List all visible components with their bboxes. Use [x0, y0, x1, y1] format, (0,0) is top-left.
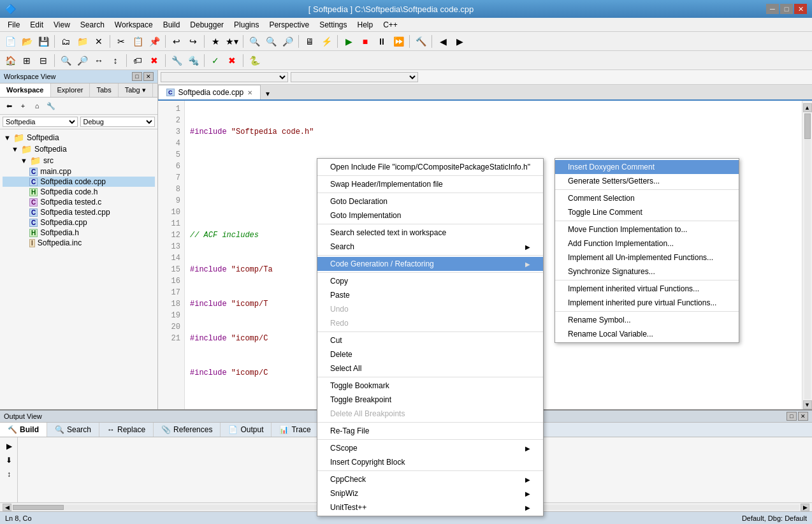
pause-button[interactable]: ⏸ — [374, 34, 389, 49]
menu-help[interactable]: Help — [352, 19, 379, 31]
sub-generate-setters[interactable]: Generate Setters/Getters... — [555, 174, 739, 188]
ctx-cppcheck[interactable]: CppCheck ▶ — [317, 472, 543, 486]
menu-edit[interactable]: Edit — [25, 19, 48, 31]
paste-button[interactable]: 📌 — [147, 34, 162, 49]
back-button[interactable]: ◀ — [435, 34, 451, 49]
search-button[interactable]: 🔍 — [247, 34, 262, 49]
minimize-button[interactable]: ─ — [766, 4, 779, 14]
editor-scrollbar-v[interactable]: ▲ ▼ — [802, 101, 812, 409]
ide-button[interactable]: 🖥 — [302, 34, 317, 49]
python-btn[interactable]: 🐍 — [247, 53, 262, 68]
view-btn[interactable]: ⊞ — [19, 53, 34, 68]
scroll-up-btn[interactable]: ▲ — [803, 103, 812, 112]
open-resource-button[interactable]: 🔎 — [280, 34, 295, 49]
tree-softpedia-h[interactable]: H Softpedia.h — [3, 228, 155, 238]
check-btn[interactable]: ✓ — [208, 53, 223, 68]
cut-button[interactable]: ✂ — [113, 34, 129, 49]
sub-insert-doxygen[interactable]: Insert Doxygen Comment — [555, 160, 739, 174]
next-button[interactable]: ⏩ — [391, 34, 406, 49]
sub-implement-virtual[interactable]: Implement inherited virtual Functions... — [555, 282, 739, 296]
sub-implement-pure-virtual[interactable]: Implement inherited pure virtual Functio… — [555, 296, 739, 310]
open-workspace-button[interactable]: 📁 — [75, 34, 90, 49]
output-tab-search[interactable]: 🔍 Search — [47, 423, 99, 437]
ctx-search-selected[interactable]: Search selected text in workspace — [317, 226, 543, 240]
ctx-paste[interactable]: Paste — [317, 288, 543, 302]
tree-softpedia-inc[interactable]: I Softpedia.inc — [3, 238, 155, 248]
ctx-search[interactable]: Search ▶ — [317, 240, 543, 254]
view2-btn[interactable]: ⊟ — [36, 53, 51, 68]
ws-add-btn[interactable]: + — [17, 99, 29, 112]
ws-wrench-btn[interactable]: 🔧 — [45, 99, 57, 112]
panel-restore-btn[interactable]: □ — [132, 72, 142, 81]
ws-home-btn[interactable]: ⬅ — [3, 99, 15, 112]
hscroll-right-btn[interactable]: ▶ — [801, 504, 809, 511]
output-tab-replace[interactable]: ↔ Replace — [99, 423, 154, 437]
ctx-snipwiz[interactable]: SnipWiz ▶ — [317, 486, 543, 500]
nav-btn[interactable]: ↕ — [108, 53, 123, 68]
ctx-insert-copyright[interactable]: Insert Copyright Block — [317, 455, 543, 469]
ctx-code-gen[interactable]: Code Generation / Refactoring ▶ — [317, 257, 543, 271]
sub-implement-all[interactable]: Implement all Un-implemented Functions..… — [555, 251, 739, 265]
tree-root[interactable]: ▼ 📁 Softpedia — [3, 132, 155, 143]
close-button-2[interactable]: ✕ — [91, 34, 106, 49]
tree-softpedia-cpp[interactable]: C Softpedia.cpp — [3, 217, 155, 228]
menu-cpp[interactable]: C++ — [378, 19, 403, 31]
tab-close-btn[interactable]: ✕ — [247, 89, 252, 96]
forward-button[interactable]: ▶ — [452, 34, 467, 49]
tree-softpedia-code-cpp[interactable]: C Softpedia code.cpp — [3, 177, 155, 187]
output-tab-build[interactable]: 🔨 Build — [0, 423, 47, 437]
menu-build[interactable]: Build — [158, 19, 185, 31]
sub-add-function[interactable]: Add Function Implementation... — [555, 237, 739, 251]
project-dropdown[interactable]: Softpedia — [3, 117, 78, 127]
bookmarks-button[interactable]: ★▾ — [224, 34, 240, 49]
zoom-out-btn[interactable]: 🔎 — [75, 53, 90, 68]
tree-softpedia-tested-cpp[interactable]: C Softpedia tested.cpp — [3, 207, 155, 217]
tree-softpedia-tested-c[interactable]: C Softpedia tested.c — [3, 197, 155, 207]
ctx-copy[interactable]: Copy — [317, 274, 543, 288]
menu-workspace[interactable]: Workspace — [110, 19, 158, 31]
editor-tab-softpedia[interactable]: C Softpedia code.cpp ✕ — [158, 85, 261, 99]
output-tab-trace[interactable]: 📊 Trace — [272, 423, 319, 437]
menu-perspective[interactable]: Perspective — [264, 19, 314, 31]
compile-button[interactable]: ⚡ — [319, 34, 334, 49]
tab-tabs[interactable]: Tabs — [90, 84, 118, 97]
editor-context-dropdown[interactable] — [161, 72, 288, 82]
tree-softpedia[interactable]: ▼ 📁 Softpedia — [3, 143, 155, 155]
tree-softpedia-code-h[interactable]: H Softpedia code.h — [3, 187, 155, 197]
undo-button[interactable]: ↩ — [169, 34, 184, 49]
sub-rename-symbol[interactable]: Rename Symbol... — [555, 313, 739, 327]
ctx-delete[interactable]: Delete — [317, 347, 543, 361]
run-button[interactable]: ▶ — [341, 34, 356, 49]
sub-move-function[interactable]: Move Function Implementation to... — [555, 222, 739, 237]
menu-view[interactable]: View — [48, 19, 75, 31]
ctx-retag[interactable]: Re-Tag File — [317, 424, 543, 438]
scroll-thumb[interactable] — [804, 113, 811, 139]
tree-main-cpp[interactable]: C main.cpp — [3, 166, 155, 177]
menu-file[interactable]: File — [3, 19, 25, 31]
scroll-down-btn[interactable]: ▼ — [803, 400, 812, 409]
ctx-unittest[interactable]: UnitTest++ ▶ — [317, 500, 543, 514]
plugin2-btn[interactable]: 🔩 — [185, 53, 201, 68]
fit-btn[interactable]: ↔ — [91, 53, 106, 68]
ctx-open-include[interactable]: Open Include File "icomp/CCompositePacka… — [317, 160, 543, 174]
maximize-button[interactable]: □ — [780, 4, 793, 14]
menu-settings[interactable]: Settings — [314, 19, 352, 31]
stop-tag-btn[interactable]: ✖ — [147, 53, 162, 68]
stop-button[interactable]: ■ — [358, 34, 373, 49]
hscroll-thumb[interactable] — [13, 505, 64, 510]
ctx-toggle-breakpoint[interactable]: Toggle Breakpoint — [317, 393, 543, 407]
output-close-btn[interactable]: ✕ — [798, 412, 808, 421]
ctx-select-all[interactable]: Select All — [317, 361, 543, 375]
zoom-in-btn[interactable]: 🔍 — [58, 53, 73, 68]
sub-toggle-line-comment[interactable]: Toggle Line Comment — [555, 205, 739, 219]
tab-workspace[interactable]: Workspace — [0, 84, 51, 97]
sub-sync-signatures[interactable]: Synchronize Signatures... — [555, 265, 739, 279]
output-restore-btn[interactable]: □ — [787, 412, 797, 421]
menu-search[interactable]: Search — [75, 19, 110, 31]
menu-plugins[interactable]: Plugins — [229, 19, 264, 31]
workspace-btn[interactable]: 🏠 — [3, 53, 18, 68]
tab-tabg[interactable]: Tabg ▾ — [119, 84, 153, 97]
ws-up-btn[interactable]: ⌂ — [31, 99, 43, 112]
open-file-button[interactable]: 📂 — [19, 34, 34, 49]
bookmark-button[interactable]: ★ — [208, 34, 223, 49]
